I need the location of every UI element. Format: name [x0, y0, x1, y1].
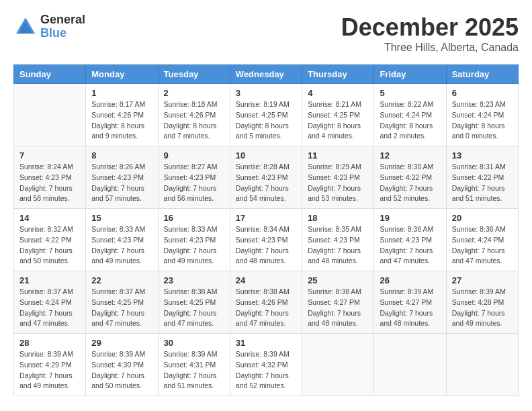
header: General Blue December 2025 Three Hills, … — [13, 13, 519, 54]
day-info: Sunrise: 8:39 AMSunset: 4:29 PMDaylight:… — [19, 349, 80, 392]
day-number: 26 — [380, 275, 440, 285]
day-info: Sunrise: 8:32 AMSunset: 4:22 PMDaylight:… — [19, 224, 80, 267]
calendar-cell-w3-d7: 20Sunrise: 8:36 AMSunset: 4:24 PMDayligh… — [446, 209, 518, 271]
calendar-cell-w1-d2: 1Sunrise: 8:17 AMSunset: 4:26 PMDaylight… — [86, 84, 158, 146]
header-wednesday: Wednesday — [230, 65, 302, 84]
day-number: 8 — [91, 150, 152, 161]
day-info: Sunrise: 8:38 AMSunset: 4:25 PMDaylight:… — [164, 287, 224, 329]
header-monday: Monday — [86, 65, 158, 84]
day-number: 23 — [164, 275, 224, 285]
calendar-header-row: Sunday Monday Tuesday Wednesday Thursday… — [14, 65, 519, 84]
day-number: 21 — [19, 275, 80, 285]
day-info: Sunrise: 8:19 AMSunset: 4:25 PMDaylight:… — [236, 99, 296, 142]
calendar-cell-w4-d6: 26Sunrise: 8:39 AMSunset: 4:27 PMDayligh… — [374, 271, 446, 334]
calendar-cell-w2-d1: 7Sunrise: 8:24 AMSunset: 4:23 PMDaylight… — [14, 146, 86, 209]
logo-general-text: General — [40, 13, 85, 27]
calendar-cell-w5-d7 — [446, 334, 518, 396]
day-info: Sunrise: 8:23 AMSunset: 4:24 PMDaylight:… — [452, 99, 513, 142]
day-info: Sunrise: 8:21 AMSunset: 4:25 PMDaylight:… — [308, 99, 368, 142]
day-info: Sunrise: 8:29 AMSunset: 4:23 PMDaylight:… — [308, 162, 368, 204]
calendar-cell-w3-d3: 16Sunrise: 8:33 AMSunset: 4:23 PMDayligh… — [158, 209, 230, 271]
day-info: Sunrise: 8:38 AMSunset: 4:26 PMDaylight:… — [236, 287, 296, 329]
day-info: Sunrise: 8:37 AMSunset: 4:25 PMDaylight:… — [91, 287, 152, 329]
day-number: 24 — [236, 275, 296, 285]
header-saturday: Saturday — [446, 65, 518, 84]
calendar-cell-w3-d4: 17Sunrise: 8:34 AMSunset: 4:23 PMDayligh… — [230, 209, 302, 271]
calendar-cell-w1-d3: 2Sunrise: 8:18 AMSunset: 4:26 PMDaylight… — [158, 84, 230, 146]
calendar-cell-w5-d5 — [302, 334, 374, 396]
day-number: 29 — [91, 338, 152, 348]
calendar-cell-w5-d4: 31Sunrise: 8:39 AMSunset: 4:32 PMDayligh… — [230, 334, 302, 396]
calendar-week-1: 1Sunrise: 8:17 AMSunset: 4:26 PMDaylight… — [14, 84, 519, 146]
day-info: Sunrise: 8:39 AMSunset: 4:32 PMDaylight:… — [236, 349, 296, 392]
header-thursday: Thursday — [302, 65, 374, 84]
day-number: 28 — [19, 338, 80, 348]
calendar-cell-w2-d6: 12Sunrise: 8:30 AMSunset: 4:22 PMDayligh… — [374, 146, 446, 209]
day-number: 15 — [91, 213, 152, 223]
day-info: Sunrise: 8:26 AMSunset: 4:23 PMDaylight:… — [91, 162, 152, 204]
calendar-cell-w1-d5: 4Sunrise: 8:21 AMSunset: 4:25 PMDaylight… — [302, 84, 374, 146]
logo-icon — [13, 15, 38, 39]
calendar-week-5: 28Sunrise: 8:39 AMSunset: 4:29 PMDayligh… — [14, 334, 519, 396]
logo: General Blue — [13, 13, 85, 40]
day-number: 13 — [452, 150, 513, 161]
calendar-week-2: 7Sunrise: 8:24 AMSunset: 4:23 PMDaylight… — [14, 146, 519, 209]
day-info: Sunrise: 8:33 AMSunset: 4:23 PMDaylight:… — [164, 224, 224, 267]
day-number: 6 — [452, 88, 513, 98]
title-section: December 2025 Three Hills, Alberta, Cana… — [341, 13, 519, 54]
calendar-week-3: 14Sunrise: 8:32 AMSunset: 4:22 PMDayligh… — [14, 209, 519, 271]
calendar-cell-w3-d6: 19Sunrise: 8:36 AMSunset: 4:23 PMDayligh… — [374, 209, 446, 271]
day-info: Sunrise: 8:22 AMSunset: 4:24 PMDaylight:… — [380, 99, 440, 142]
day-info: Sunrise: 8:17 AMSunset: 4:26 PMDaylight:… — [91, 99, 152, 142]
month-title: December 2025 — [341, 13, 519, 42]
calendar-cell-w4-d7: 27Sunrise: 8:39 AMSunset: 4:28 PMDayligh… — [446, 271, 518, 334]
day-number: 2 — [164, 88, 224, 98]
calendar-cell-w4-d4: 24Sunrise: 8:38 AMSunset: 4:26 PMDayligh… — [230, 271, 302, 334]
day-info: Sunrise: 8:30 AMSunset: 4:22 PMDaylight:… — [380, 162, 440, 204]
header-tuesday: Tuesday — [158, 65, 230, 84]
calendar-cell-w2-d5: 11Sunrise: 8:29 AMSunset: 4:23 PMDayligh… — [302, 146, 374, 209]
calendar-cell-w2-d4: 10Sunrise: 8:28 AMSunset: 4:23 PMDayligh… — [230, 146, 302, 209]
calendar-cell-w1-d4: 3Sunrise: 8:19 AMSunset: 4:25 PMDaylight… — [230, 84, 302, 146]
logo-text: General Blue — [40, 13, 85, 40]
calendar-cell-w2-d3: 9Sunrise: 8:27 AMSunset: 4:23 PMDaylight… — [158, 146, 230, 209]
day-number: 7 — [19, 150, 80, 161]
calendar-cell-w2-d2: 8Sunrise: 8:26 AMSunset: 4:23 PMDaylight… — [86, 146, 158, 209]
day-info: Sunrise: 8:39 AMSunset: 4:28 PMDaylight:… — [452, 287, 513, 329]
calendar-cell-w3-d5: 18Sunrise: 8:35 AMSunset: 4:23 PMDayligh… — [302, 209, 374, 271]
calendar-cell-w1-d7: 6Sunrise: 8:23 AMSunset: 4:24 PMDaylight… — [446, 84, 518, 146]
day-number: 1 — [91, 88, 152, 98]
day-info: Sunrise: 8:36 AMSunset: 4:23 PMDaylight:… — [380, 224, 440, 267]
calendar-cell-w4-d2: 22Sunrise: 8:37 AMSunset: 4:25 PMDayligh… — [86, 271, 158, 334]
day-info: Sunrise: 8:31 AMSunset: 4:22 PMDaylight:… — [452, 162, 513, 204]
calendar-cell-w1-d6: 5Sunrise: 8:22 AMSunset: 4:24 PMDaylight… — [374, 84, 446, 146]
day-number: 20 — [452, 213, 513, 223]
day-number: 9 — [164, 150, 224, 161]
day-info: Sunrise: 8:24 AMSunset: 4:23 PMDaylight:… — [19, 162, 80, 204]
logo-blue-text: Blue — [40, 27, 85, 40]
day-number: 14 — [19, 213, 80, 223]
calendar-cell-w5-d1: 28Sunrise: 8:39 AMSunset: 4:29 PMDayligh… — [14, 334, 86, 396]
day-number: 5 — [380, 88, 440, 98]
day-number: 25 — [308, 275, 368, 285]
day-number: 22 — [91, 275, 152, 285]
calendar-cell-w3-d2: 15Sunrise: 8:33 AMSunset: 4:23 PMDayligh… — [86, 209, 158, 271]
day-info: Sunrise: 8:34 AMSunset: 4:23 PMDaylight:… — [236, 224, 296, 267]
day-info: Sunrise: 8:18 AMSunset: 4:26 PMDaylight:… — [164, 99, 224, 142]
day-number: 31 — [236, 338, 296, 348]
calendar-cell-w1-d1 — [14, 84, 86, 146]
header-sunday: Sunday — [14, 65, 86, 84]
day-info: Sunrise: 8:27 AMSunset: 4:23 PMDaylight:… — [164, 162, 224, 204]
day-info: Sunrise: 8:33 AMSunset: 4:23 PMDaylight:… — [91, 224, 152, 267]
day-number: 27 — [452, 275, 513, 285]
day-number: 4 — [308, 88, 368, 98]
calendar-cell-w5-d6 — [374, 334, 446, 396]
day-number: 30 — [164, 338, 224, 348]
calendar-cell-w4-d1: 21Sunrise: 8:37 AMSunset: 4:24 PMDayligh… — [14, 271, 86, 334]
day-info: Sunrise: 8:37 AMSunset: 4:24 PMDaylight:… — [19, 287, 80, 329]
header-friday: Friday — [374, 65, 446, 84]
day-number: 10 — [236, 150, 296, 161]
day-number: 16 — [164, 213, 224, 223]
calendar: Sunday Monday Tuesday Wednesday Thursday… — [13, 64, 519, 396]
day-info: Sunrise: 8:39 AMSunset: 4:27 PMDaylight:… — [380, 287, 440, 329]
